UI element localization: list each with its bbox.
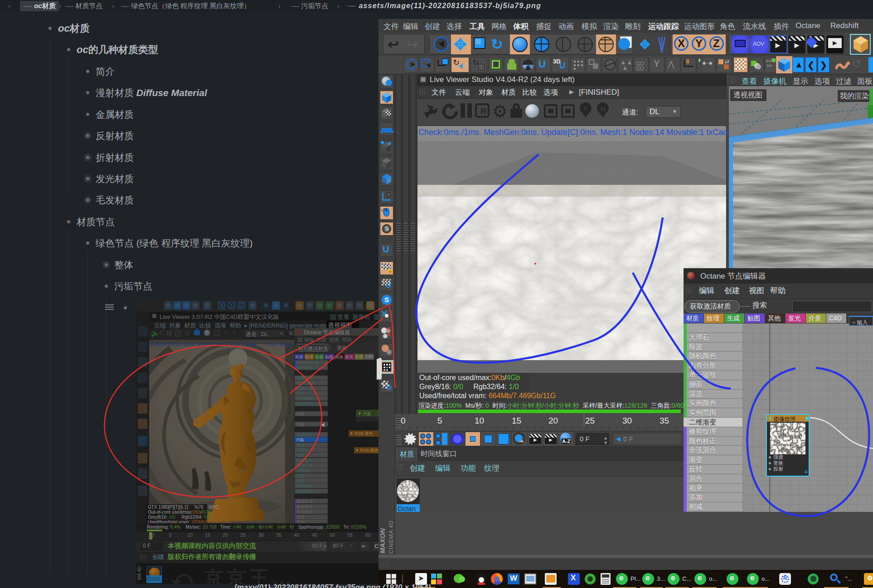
svg-text:F: F <box>584 106 587 112</box>
svg-text:M: M <box>601 106 606 112</box>
